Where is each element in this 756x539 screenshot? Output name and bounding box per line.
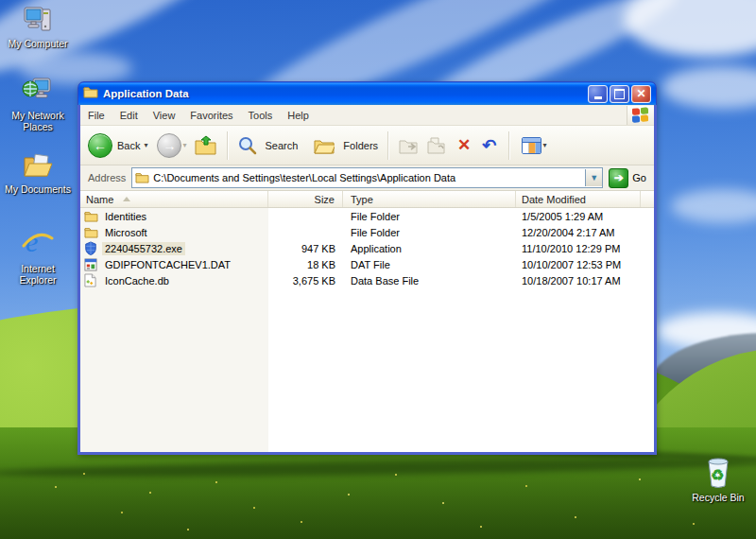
cloud [662, 66, 756, 109]
file-name-cell[interactable]: IconCache.db [80, 273, 268, 287]
go-button[interactable]: ➔ [609, 168, 628, 188]
up-button[interactable] [195, 135, 216, 155]
recycle-bin-icon: ♻ [702, 456, 734, 490]
desktop-icon-label: My Documents [5, 183, 71, 195]
file-type-cell: File Folder [343, 211, 516, 222]
file-name[interactable]: GDIPFONTCACHEV1.DAT [102, 258, 233, 271]
column-headers: Name Size Type Date Modified [80, 191, 654, 208]
file-name[interactable]: Microsoft [102, 226, 150, 239]
file-size-cell: 947 KB [268, 243, 343, 254]
desktop-icon-internet-explorer[interactable]: e Internet Explorer [2, 225, 74, 286]
column-header-name[interactable]: Name [80, 191, 268, 207]
desktop-icon-label: My Computer [8, 38, 67, 49]
menu-item-tools[interactable]: Tools [241, 106, 281, 125]
search-icon[interactable] [238, 136, 257, 155]
table-row[interactable]: 2240455732.exe947 KBApplication11/10/201… [80, 240, 654, 256]
file-rows: IdentitiesFile Folder1/5/2005 1:29 AMMic… [80, 208, 654, 288]
file-date-modified-cell: 1/5/2005 1:29 AM [516, 211, 641, 222]
menu-item-favorites[interactable]: Favorites [182, 106, 240, 125]
file-type-cell: File Folder [343, 227, 516, 238]
file-name-cell[interactable]: Microsoft [80, 225, 268, 239]
desktop-icon-my-computer[interactable]: My Computer [2, 4, 74, 49]
folders-label[interactable]: Folders [343, 140, 378, 151]
explorer-window: Application Data ✕ FileEditViewFavorites… [77, 81, 657, 455]
file-list[interactable]: IdentitiesFile Folder1/5/2005 1:29 AMMic… [80, 208, 654, 452]
address-dropdown-button[interactable]: ▼ [585, 169, 602, 186]
address-bar: Address C:\Documents and Settings\tester… [80, 165, 654, 191]
address-input[interactable]: C:\Documents and Settings\tester\Local S… [131, 167, 603, 188]
desktop-icon-my-network-places[interactable]: My Network Places [2, 74, 74, 132]
back-dropdown-icon[interactable]: ▾ [144, 141, 147, 149]
column-header-size[interactable]: Size [268, 191, 343, 207]
folder-file-icon [84, 209, 98, 223]
menu-item-help[interactable]: Help [280, 106, 317, 125]
views-dropdown-icon[interactable]: ▾ [542, 141, 546, 149]
file-type-cell: DAT File [343, 259, 516, 270]
desktop-icon-label: Internet Explorer [2, 263, 74, 286]
table-row[interactable]: IconCache.db3,675 KBData Base File10/18/… [80, 272, 654, 288]
menu-item-view[interactable]: View [146, 106, 183, 125]
forward-dropdown-icon[interactable]: ▾ [182, 141, 186, 149]
forward-button[interactable]: → [157, 133, 181, 158]
file-date-modified-cell: 12/20/2004 2:17 AM [516, 227, 641, 238]
my-network-places-icon [21, 74, 55, 108]
column-header-stub [641, 191, 654, 207]
desktop-icon-my-documents[interactable]: My Documents [2, 149, 74, 195]
db-file-icon [84, 273, 98, 287]
file-date-modified-cell: 10/18/2007 10:17 AM [516, 275, 641, 287]
table-row[interactable]: IdentitiesFile Folder1/5/2005 1:29 AM [80, 208, 654, 224]
desktop: My Computer My Network Places My Documen… [0, 0, 756, 539]
file-name-cell[interactable]: 2240455732.exe [80, 241, 268, 255]
wildflowers [0, 0, 2, 2]
file-name[interactable]: Identities [102, 210, 149, 223]
exe-file-icon [84, 241, 98, 255]
file-date-modified-cell: 10/10/2007 12:53 PM [516, 259, 641, 270]
windows-logo [627, 106, 654, 125]
folders-icon[interactable] [314, 137, 335, 154]
move-to-icon[interactable] [399, 136, 420, 154]
back-button[interactable]: ← [88, 133, 112, 158]
sort-ascending-icon [123, 197, 130, 201]
desktop-icon-label: Recycle Bin [692, 492, 744, 503]
selected-file-name[interactable]: 2240455732.exe [102, 242, 185, 255]
file-size-cell: 18 KB [268, 259, 343, 270]
file-name-cell[interactable]: Identities [80, 209, 268, 223]
folder-file-icon [84, 225, 98, 239]
undo-icon[interactable]: ↶ [482, 138, 496, 153]
column-header-type[interactable]: Type [343, 191, 516, 207]
close-button[interactable]: ✕ [631, 85, 651, 103]
cloud [624, 0, 756, 57]
column-header-date-modified[interactable]: Date Modified [516, 191, 641, 207]
go-label: Go [632, 172, 646, 183]
search-label[interactable]: Search [266, 140, 299, 151]
back-label[interactable]: Back [117, 140, 140, 151]
file-name-cell[interactable]: GDIPFONTCACHEV1.DAT [80, 257, 268, 271]
table-row[interactable]: GDIPFONTCACHEV1.DAT18 KBDAT File10/10/20… [80, 256, 654, 272]
views-icon[interactable] [522, 137, 541, 154]
desktop-icon-recycle-bin[interactable]: ♻ Recycle Bin [682, 456, 754, 503]
file-name[interactable]: IconCache.db [102, 274, 172, 287]
window-folder-icon [83, 85, 98, 102]
menu-bar-items: FileEditViewFavoritesToolsHelp [80, 106, 317, 125]
cloud [671, 189, 756, 223]
address-label: Address [88, 172, 126, 183]
table-row[interactable]: MicrosoftFile Folder12/20/2004 2:17 AM [80, 224, 654, 240]
menu-item-file[interactable]: File [80, 106, 112, 125]
file-type-cell: Application [343, 243, 516, 254]
my-computer-icon [22, 4, 54, 36]
my-documents-icon [21, 149, 55, 182]
toolbar: ← Back ▾ → ▾ [80, 126, 654, 165]
title-bar[interactable]: Application Data ✕ [77, 81, 657, 105]
file-size-cell: 3,675 KB [268, 275, 343, 287]
window-title: Application Data [103, 88, 586, 99]
dat-file-icon [84, 257, 98, 271]
svg-text:♻: ♻ [711, 467, 724, 483]
menu-item-edit[interactable]: Edit [112, 106, 146, 125]
maximize-button[interactable] [610, 85, 629, 103]
desktop-icon-label: My Network Places [2, 110, 74, 132]
address-folder-icon [135, 171, 149, 185]
delete-icon[interactable]: ✕ [457, 135, 471, 155]
minimize-button[interactable] [588, 85, 608, 103]
copy-to-icon[interactable] [427, 136, 448, 154]
internet-explorer-icon: e [21, 225, 55, 261]
